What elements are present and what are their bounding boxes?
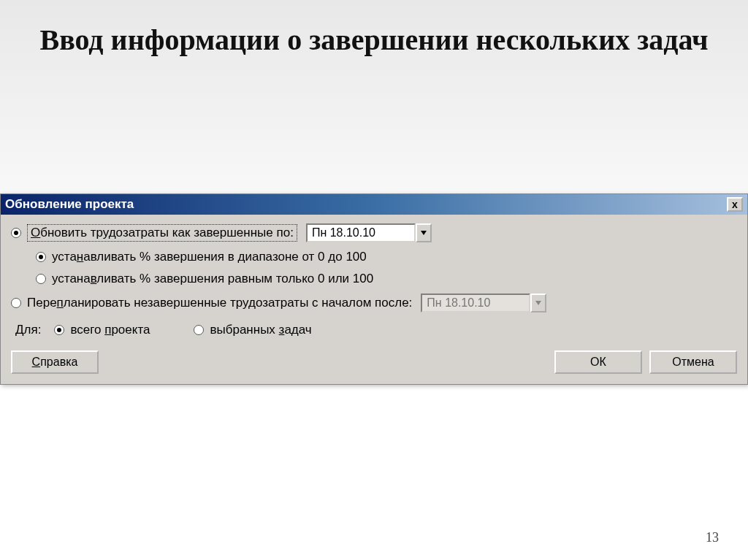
date1-input[interactable] xyxy=(306,223,416,242)
txt: авливать % завершения в диапазоне от 0 д… xyxy=(83,250,367,264)
txt: всего xyxy=(70,323,104,337)
label-range-0-100: устанавливать % завершения в диапазоне о… xyxy=(52,250,367,264)
svg-marker-0 xyxy=(421,231,427,235)
txt: уста xyxy=(52,250,77,264)
page-number: 13 xyxy=(706,530,719,545)
txt: бновить трудозатраты как завершенные по: xyxy=(40,226,294,239)
radio-entire-project[interactable] xyxy=(54,325,64,335)
svg-marker-1 xyxy=(535,301,541,305)
radio-update-completed[interactable] xyxy=(11,228,21,238)
date2-input xyxy=(421,294,530,312)
txt: устана xyxy=(52,272,91,285)
u-char: С xyxy=(32,356,41,368)
row-range: устанавливать % завершения в диапазоне о… xyxy=(36,250,737,264)
txt: Пере xyxy=(27,296,57,310)
ok-button[interactable]: ОК xyxy=(554,350,642,374)
scope-entire-project[interactable]: всего проекта xyxy=(54,323,150,337)
u-char: н xyxy=(77,250,83,264)
label-reschedule: Перепланировать незавершенные трудозатра… xyxy=(27,296,412,310)
label-entire-project: всего проекта xyxy=(70,323,150,337)
chevron-down-icon xyxy=(535,301,541,305)
row-reschedule: Перепланировать незавершенные трудозатра… xyxy=(11,294,737,312)
date2-dropdown-button xyxy=(530,294,546,312)
label-update-completed: Обновить трудозатраты как завершенные по… xyxy=(27,224,297,242)
date2-combo xyxy=(421,294,546,312)
txt: адач xyxy=(284,323,311,337)
radio-selected-tasks[interactable] xyxy=(194,325,204,335)
u-char: О xyxy=(31,226,40,239)
txt: правка xyxy=(40,356,77,368)
cancel-button[interactable]: Отмена xyxy=(649,350,737,374)
button-row: Справка ОК Отмена xyxy=(11,349,737,374)
dialog-body: Обновить трудозатраты как завершенные по… xyxy=(1,215,747,384)
radio-range-0-100[interactable] xyxy=(36,252,46,262)
date1-combo[interactable] xyxy=(306,223,432,242)
txt: ланировать незавершенные трудозатраты с … xyxy=(64,296,413,310)
txt: выбранных xyxy=(210,323,278,337)
close-icon[interactable]: x xyxy=(727,197,743,212)
row-zero-or-hundred: устанавливать % завершения равным только… xyxy=(36,272,737,286)
help-button[interactable]: Справка xyxy=(11,350,99,374)
dialog-title-text: Обновление проекта xyxy=(5,197,134,212)
dialog-titlebar[interactable]: Обновление проекта x xyxy=(1,194,747,215)
txt: ливать % завершения равным только 0 или … xyxy=(96,272,373,285)
scope-selected-tasks[interactable]: выбранных задач xyxy=(194,323,311,337)
u-char: п xyxy=(57,296,64,310)
row-update-as-completed: Обновить трудозатраты как завершенные по… xyxy=(11,223,737,242)
scope-label: Для: xyxy=(15,323,41,337)
radio-reschedule[interactable] xyxy=(11,298,21,308)
label-selected-tasks: выбранных задач xyxy=(210,323,311,337)
date1-dropdown-button[interactable] xyxy=(416,223,432,242)
radio-only-0-or-100[interactable] xyxy=(36,274,46,284)
slide-title: Ввод информации о завершении нескольких … xyxy=(0,0,748,66)
txt: роекта xyxy=(111,323,150,337)
update-project-dialog: Обновление проекта x Обновить трудозатра… xyxy=(0,193,748,385)
chevron-down-icon xyxy=(421,231,427,235)
scope-row: Для: всего проекта выбранных задач xyxy=(11,323,737,337)
label-only-0-or-100: устанавливать % завершения равным только… xyxy=(52,272,373,286)
